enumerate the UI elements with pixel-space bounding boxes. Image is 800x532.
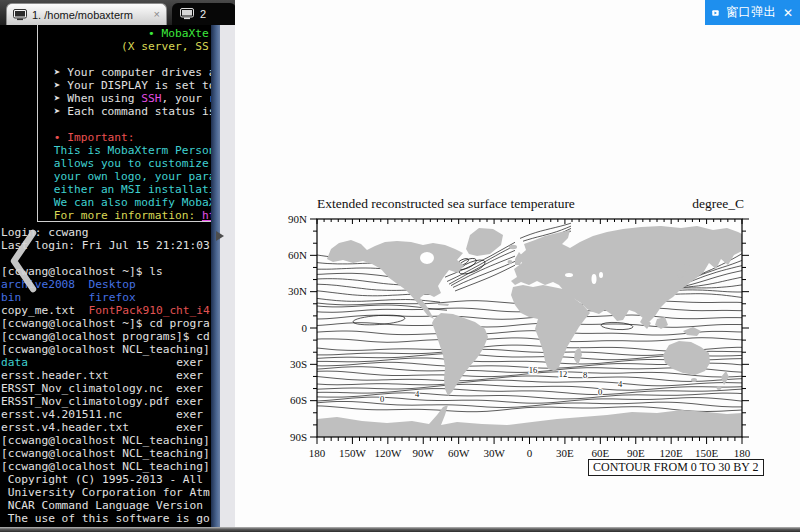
y-axis-tick-label: 60S	[290, 394, 307, 406]
bottom-window-edge	[0, 527, 800, 532]
terminal-line: [ccwang@localhost programs]$ cd	[1, 330, 211, 343]
terminal-line: your own logo, your para	[47, 170, 211, 183]
screen: 1. /home/mobaxterm × 2 • MobaXte (X serv…	[0, 0, 800, 532]
tab-home-mobaxterm[interactable]: 1. /home/mobaxterm ×	[6, 3, 167, 25]
x-axis-tick-label: 120W	[374, 447, 402, 459]
plot-title-row: Extended reconstructed sea surface tempe…	[317, 196, 744, 212]
terminal-line: ersst.v4.201511.nc exer	[1, 408, 211, 421]
y-axis-tick-label: 30S	[290, 358, 307, 370]
panel-divider[interactable]	[220, 25, 235, 527]
x-axis-tick-label: 180	[734, 447, 751, 459]
collapse-left-chevron-icon[interactable]	[5, 228, 41, 294]
window-popup-button[interactable]: 窗口弹出 ✕	[705, 0, 800, 25]
terminal-line: University Corporation for Atm	[1, 486, 211, 499]
terminal-line: Copyright (C) 1995-2013 - All	[1, 473, 211, 486]
terminal-line: [ccwang@localhost NCL_teaching]	[1, 460, 211, 473]
x-axis-tick-label: 180	[309, 447, 326, 459]
x-axis-tick-label: 150W	[339, 447, 367, 459]
x-axis-tick-label: 30W	[483, 447, 505, 459]
terminal-line: [ccwang@localhost NCL_teaching]	[1, 434, 211, 447]
y-axis-tick-label: 0	[302, 322, 308, 334]
popup-close-icon[interactable]: ✕	[783, 6, 793, 20]
land-masses	[317, 226, 742, 437]
terminal-line: The use of this software is go	[1, 512, 211, 525]
x-axis-tick-label: 30E	[556, 447, 574, 459]
x-axis-tick-label: 60W	[448, 447, 470, 459]
terminal-line	[47, 118, 211, 131]
x-axis-tick-label: 150E	[695, 447, 719, 459]
terminal-line: ERSST_Nov_climatology.nc exer	[1, 382, 211, 395]
contour-label: 4	[618, 379, 623, 389]
terminal-scroll-strip[interactable]	[211, 25, 220, 527]
terminal-line: ➤ Your computer drives a	[47, 66, 211, 79]
terminal-monitor-icon	[180, 8, 194, 20]
y-axis-tick-label: 90N	[288, 213, 307, 225]
terminal-line: ➤ Each command status is	[47, 105, 211, 118]
contour-label: 16	[529, 365, 538, 375]
terminal-line: allows you to customize	[47, 157, 211, 170]
terminal-line: [ccwang@localhost ~]$ cd progra	[1, 317, 211, 330]
contour-line	[665, 294, 742, 298]
terminal-line: NCAR Command Language Version	[1, 499, 211, 512]
terminal-line: ersst.v4.header.txt exer	[1, 421, 211, 434]
terminal-line: ➤ Your DISPLAY is set to	[47, 79, 211, 92]
y-axis-tick-label: 60N	[288, 249, 307, 261]
contour-line	[601, 322, 633, 331]
terminal-line: data exer	[1, 356, 211, 369]
tab-2[interactable]: 2	[172, 3, 236, 25]
sst-contour-map: 161284040 180150W120W90W60W30W030E60E90E…	[280, 190, 800, 490]
x-axis-tick-label: 60E	[591, 447, 609, 459]
terminal-line: either an MSI installati	[47, 183, 211, 196]
plot-units: degree_C	[692, 196, 744, 212]
y-axis-tick-label: 90S	[290, 431, 307, 443]
y-axis-tick-label: 30N	[288, 285, 307, 297]
mobaxterm-banner-box: • MobaXte (X server, SS ➤ Your computer …	[37, 25, 211, 222]
expand-panel-arrow-icon[interactable]	[216, 231, 224, 241]
terminal-line: • MobaXte	[47, 27, 211, 40]
terminal-line: For more information: ht	[47, 209, 211, 222]
contour-info-box: CONTOUR FROM 0 TO 30 BY 2	[588, 459, 764, 476]
x-axis-tick-label: 120E	[660, 447, 684, 459]
plot-title: Extended reconstructed sea surface tempe…	[317, 196, 575, 212]
x-axis-tick-label: 90W	[413, 447, 435, 459]
terminal-line: copy_me.txt FontPack910_cht_i4	[1, 304, 211, 317]
terminal-line: ERSST_Nov_climatology.pdf exer	[1, 395, 211, 408]
contour-line	[317, 323, 742, 328]
x-axis-tick-label: 0	[527, 447, 533, 459]
x-axis-tick-label: 90E	[627, 447, 645, 459]
terminal-line: ersst.header.txt exer	[1, 369, 211, 382]
contour-line	[317, 331, 742, 335]
terminal-line: • Important:	[47, 131, 211, 144]
terminal-line: (X server, SS	[47, 40, 211, 53]
terminal-line: [ccwang@localhost NCL_teaching]	[1, 447, 211, 460]
terminal-line: This is MobaXterm Person	[47, 144, 211, 157]
play-popup-icon	[712, 7, 719, 19]
tab-label: 1. /home/mobaxterm	[32, 9, 149, 21]
contour-label: 8	[583, 370, 587, 380]
terminal-monitor-icon	[13, 9, 27, 21]
contour-label: 4	[415, 389, 420, 399]
contour-line	[317, 376, 742, 381]
terminal-line	[47, 53, 211, 66]
terminal-line: We can also modify MobaX	[47, 196, 211, 209]
terminal-line: ➤ When using SSH, your re	[47, 92, 211, 105]
tab-label: 2	[200, 8, 206, 20]
terminal-line: [ccwang@localhost NCL_teaching]	[1, 343, 211, 356]
popup-button-label: 窗口弹出	[726, 4, 776, 21]
tab-bar: 1. /home/mobaxterm × 2	[0, 0, 235, 25]
contour-label: 0	[598, 387, 602, 397]
tab-close-icon[interactable]: ×	[154, 9, 160, 20]
contour-label: 12	[559, 369, 568, 379]
contour-label: 0	[380, 394, 384, 404]
